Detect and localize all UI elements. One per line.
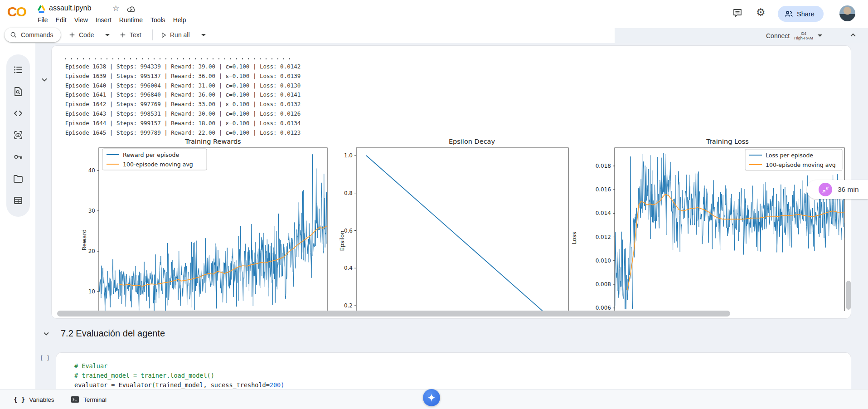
execution-time-badge[interactable]: 36 min	[807, 180, 868, 199]
add-text-label: Text	[130, 31, 141, 39]
horizontal-scrollbar[interactable]	[57, 311, 730, 316]
svg-text:Epsilon: Epsilon	[339, 231, 345, 251]
svg-text:0.008: 0.008	[596, 281, 611, 287]
svg-text:0.4: 0.4	[344, 265, 353, 271]
notebook-title[interactable]: assault.ipynb	[49, 4, 91, 12]
svg-text:10: 10	[88, 288, 95, 295]
menu-runtime[interactable]: Runtime	[119, 16, 143, 24]
run-all-label: Run all	[170, 31, 190, 39]
svg-text:0.012: 0.012	[596, 234, 611, 240]
execution-time-label: 36 min	[838, 185, 859, 194]
sparkle-icon	[427, 393, 436, 403]
svg-text:Training Rewards: Training Rewards	[184, 138, 241, 145]
svg-text:0.6: 0.6	[344, 228, 353, 234]
code-snippets-icon[interactable]	[13, 108, 24, 119]
section-collapse-chevron[interactable]	[42, 329, 51, 338]
svg-text:0.014: 0.014	[596, 210, 611, 216]
svg-text:20: 20	[88, 248, 95, 254]
secrets-key-icon[interactable]	[13, 151, 24, 162]
share-label: Share	[797, 10, 815, 18]
collapse-output-icon[interactable]	[819, 183, 832, 196]
log-line: Episode 1640 | Steps: 996004 | Reward: 3…	[65, 82, 301, 89]
svg-text:0.018: 0.018	[596, 163, 611, 169]
add-code-label: Code	[79, 31, 94, 39]
add-code-dropdown[interactable]	[105, 28, 110, 42]
svg-text:40: 40	[88, 167, 95, 174]
svg-text:Training Loss: Training Loss	[706, 138, 749, 145]
terminal-button[interactable]: Terminal	[71, 390, 107, 409]
chevron-up-icon	[849, 30, 858, 39]
svg-text:30: 30	[88, 208, 95, 214]
section-heading-row: 7.2 Evaluación del agente	[42, 328, 165, 339]
svg-text:0.2: 0.2	[344, 302, 353, 309]
cloud-sync-icon[interactable]	[126, 5, 136, 13]
menu-tools[interactable]: Tools	[150, 16, 165, 24]
menu-insert[interactable]: Insert	[96, 16, 112, 24]
variables-button[interactable]: { } Variables	[14, 390, 54, 409]
cell-collapse-chevron[interactable]	[40, 75, 49, 84]
svg-text:0.016: 0.016	[596, 186, 611, 193]
braces-icon: { }	[14, 396, 25, 403]
log-line: Episode 1642 | Steps: 997769 | Reward: 3…	[65, 101, 301, 107]
search-icon	[10, 31, 17, 39]
plus-icon	[68, 31, 76, 39]
gemini-spark-button[interactable]	[423, 389, 440, 406]
commands-label: Commands	[21, 31, 53, 39]
run-all-button[interactable]: Run all	[160, 28, 190, 42]
clipped-output-line	[65, 58, 292, 59]
menu-edit[interactable]: Edit	[56, 16, 67, 24]
connect-button[interactable]: Connect G4High-RAM	[766, 28, 822, 43]
chevron-down-icon	[105, 34, 110, 36]
commands-button[interactable]: Commands	[5, 28, 61, 42]
toolbar: Commands Code Text Run all Connect G4Hig…	[0, 25, 868, 43]
plus-icon	[119, 31, 127, 39]
star-icon[interactable]: ☆	[112, 4, 119, 13]
people-icon	[784, 10, 793, 19]
drive-icon	[37, 5, 46, 13]
section-title: 7.2 Evaluación del agente	[61, 328, 165, 339]
data-table-icon[interactable]	[13, 195, 24, 206]
play-icon	[160, 31, 167, 39]
chevron-down-icon	[818, 34, 822, 37]
user-avatar[interactable]	[839, 5, 855, 21]
runtime-type-label: G4High-RAM	[794, 31, 813, 40]
collapse-header-button[interactable]	[849, 30, 858, 39]
terminal-label: Terminal	[83, 396, 107, 403]
svg-text:Reward per episode: Reward per episode	[123, 151, 179, 158]
menu-view[interactable]: View	[74, 16, 88, 24]
menu-help[interactable]: Help	[173, 16, 186, 24]
execution-indicator[interactable]: [ ]	[40, 355, 50, 361]
chevron-down-icon	[40, 75, 49, 84]
svg-text:0.8: 0.8	[344, 190, 353, 196]
table-of-contents-icon[interactable]	[13, 64, 24, 75]
log-line: Episode 1639 | Steps: 995137 | Reward: 3…	[65, 73, 301, 79]
log-line: Episode 1645 | Steps: 999789 | Reward: 2…	[65, 129, 301, 136]
add-text-button[interactable]: Text	[119, 28, 141, 42]
connect-panel-background	[615, 28, 868, 43]
code-editor[interactable]: # Evaluar# trained_model = trainer.load_…	[74, 361, 284, 390]
vertical-scrollbar[interactable]	[846, 281, 851, 310]
sidebar	[6, 54, 30, 217]
share-button[interactable]: Share	[778, 6, 824, 22]
vision-scan-icon[interactable]	[13, 130, 24, 141]
colab-logo[interactable]: CO	[7, 4, 26, 19]
comments-icon[interactable]	[732, 8, 743, 19]
chevron-down-icon	[201, 34, 206, 36]
add-code-button[interactable]: Code	[68, 28, 94, 42]
svg-text:Reward: Reward	[81, 229, 87, 251]
toolbar-divider	[152, 29, 153, 40]
log-line: Episode 1644 | Steps: 999157 | Reward: 1…	[65, 120, 301, 127]
log-line: Episode 1638 | Steps: 994339 | Reward: 3…	[65, 63, 301, 70]
settings-gear-icon[interactable]: ⚙	[756, 6, 766, 19]
log-line: Episode 1641 | Steps: 996840 | Reward: 3…	[65, 91, 301, 98]
find-and-replace-icon[interactable]	[13, 86, 24, 97]
training-output-cell: Episode 1638 | Steps: 994339 | Reward: 3…	[51, 45, 851, 319]
files-folder-icon[interactable]	[13, 173, 24, 184]
svg-text:100-episode moving avg: 100-episode moving avg	[766, 161, 836, 168]
svg-text:100-episode moving avg: 100-episode moving avg	[123, 161, 193, 168]
menubar: File Edit View Insert Runtime Tools Help	[38, 16, 186, 24]
connect-label: Connect	[766, 32, 790, 39]
run-all-dropdown[interactable]	[201, 28, 206, 42]
terminal-icon	[71, 396, 79, 403]
menu-file[interactable]: File	[38, 16, 48, 24]
